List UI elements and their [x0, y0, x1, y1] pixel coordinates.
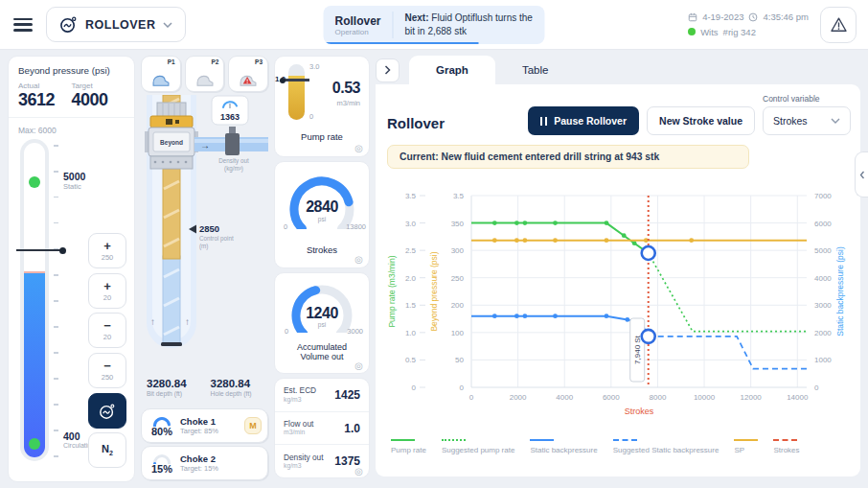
menu-icon[interactable] [13, 18, 33, 32]
manual-mode-badge[interactable]: M [244, 417, 262, 434]
svg-text:50: 50 [455, 356, 464, 364]
svg-text:7000: 7000 [814, 192, 832, 200]
legend-swatch [773, 439, 797, 441]
operation-notification[interactable]: Rollover Operation Next: Fluid Optiflush… [323, 6, 544, 44]
legend-item[interactable]: Strokes [773, 439, 799, 454]
chevron-right-icon [384, 65, 391, 75]
operation-subtitle: Operation [334, 28, 380, 36]
topbar-status: 4-19-2023 4:35:46 pm Wits #rig 342 [688, 7, 868, 43]
pump-p3-button[interactable]: P3 [228, 56, 268, 92]
pressure-header: Beyond pressure (psi) Actual 3612 Target… [9, 57, 134, 118]
graph-panel: Rollover Pause Rollover New Stroke value… [376, 84, 860, 476]
bit-depth-label: Bit depth (ft) [147, 390, 205, 397]
pump-warning-icon [237, 73, 260, 87]
svg-text:4000: 4000 [814, 274, 832, 283]
adjust-plus-20-button[interactable]: + 20 [88, 273, 126, 309]
control-variable-select[interactable]: Strokes [763, 106, 851, 135]
svg-text:3000: 3000 [814, 301, 832, 310]
gauge-ticks [54, 145, 58, 457]
app-switcher[interactable]: ROLLOVER [46, 7, 186, 42]
tab-table[interactable]: Table [495, 56, 576, 84]
svg-text:3.0: 3.0 [405, 220, 417, 228]
actual-pressure-value: 3612 [18, 90, 72, 110]
svg-text:0: 0 [469, 393, 474, 402]
tab-graph[interactable]: Graph [409, 56, 495, 84]
legend-label: Strokes [773, 446, 799, 454]
svg-text:Static backpressure (psi): Static backpressure (psi) [835, 246, 845, 337]
collapse-sidebar-button[interactable] [855, 151, 868, 198]
svg-text:10000: 10000 [694, 393, 716, 402]
svg-text:0: 0 [412, 383, 417, 392]
strokes-unit: psi [275, 216, 369, 222]
choke-1-target: Target: 85% [180, 427, 240, 435]
svg-text:3.5: 3.5 [405, 192, 417, 200]
gauge-settings-icon[interactable]: ◎ [354, 144, 363, 153]
legend-label: Suggested pump rate [442, 446, 515, 454]
rollover-mode-button[interactable] [88, 393, 126, 429]
chevron-down-icon [163, 22, 172, 28]
flow-stats-card: Est. ECDkg/m3 1425 Flow outm3/min 1.0 De… [274, 378, 370, 478]
app-name: ROLLOVER [85, 18, 155, 32]
choke-2-value: 15% [151, 464, 172, 475]
pause-icon [540, 117, 548, 126]
gauge-settings-icon[interactable]: ◎ [354, 467, 363, 476]
tab-bar: Graph Table [376, 56, 860, 84]
legend-item[interactable]: Suggested pump rate [442, 439, 515, 454]
target-pressure-value: 4000 [72, 90, 126, 110]
pump-p1-button[interactable]: P1 [141, 56, 181, 92]
adjust-minus-20-button[interactable]: − 20 [88, 313, 126, 348]
circulating-pressure-dot[interactable] [29, 438, 40, 450]
alarms-button[interactable] [820, 7, 857, 43]
expand-panel-button[interactable] [376, 58, 400, 82]
pump-p2-button[interactable]: P2 [185, 56, 225, 92]
clock-icon [748, 12, 758, 22]
drill-bit [161, 342, 182, 346]
rollover-chart: 020004000600080001000012000140003.53.570… [387, 184, 849, 420]
control-point-value: 2850 [199, 223, 219, 234]
gauge-settings-icon[interactable]: ◎ [354, 255, 363, 265]
target-label: Target [72, 81, 126, 90]
pump-rate-card: 3.0 0 1.0 0.53 m3/min Pump rate ◎ [274, 56, 370, 157]
legend-item[interactable]: SP [734, 439, 758, 454]
gauge-settings-icon[interactable]: ◎ [354, 361, 363, 371]
control-variable-group: Control variable Strokes [763, 94, 851, 135]
svg-text:350: 350 [451, 220, 465, 228]
main-panel: Graph Table Rollover Pause Rollover New … [376, 56, 860, 476]
legend-item[interactable]: Pump rate [391, 439, 426, 454]
hole-depth-value: 3280.84 [211, 378, 269, 389]
rollover-logo-icon [59, 15, 78, 34]
svg-text:6000: 6000 [814, 220, 832, 228]
annulus-up-arrow: ↑ [150, 316, 155, 327]
scale-bottom: 0 [309, 112, 313, 121]
chart-legend: Pump rateSuggested pump rateStatic backp… [387, 439, 851, 454]
time-label: 4:35:46 pm [763, 10, 809, 24]
svg-text:1000: 1000 [814, 356, 832, 364]
nitrogen-button[interactable]: N2 [88, 432, 126, 468]
well-schematic: Beyond → 1363 Density out (kg/m³) 2850 [141, 95, 268, 366]
legend-item[interactable]: Static backpressure [530, 439, 597, 454]
adjust-plus-250-button[interactable]: + 250 [88, 233, 126, 268]
pump-rate-unit: m3/min [336, 99, 360, 107]
choke-1-name: Choke 1 [180, 416, 240, 427]
date-label: 4-19-2023 [702, 10, 743, 24]
pump-rate-label: Pump rate [275, 131, 369, 142]
operation-next: Next: Fluid Optiflush turns the bit in 2… [394, 8, 545, 42]
page-title: Rollover [387, 115, 445, 131]
choke-2-name: Choke 2 [180, 453, 262, 464]
legend-item[interactable]: Suggested Static backpressure [613, 439, 720, 454]
chevron-left-icon [859, 171, 865, 179]
static-pressure-dot[interactable] [29, 176, 40, 188]
hole-depth-label: Hole depth (ft) [211, 390, 269, 397]
svg-text:0.5: 0.5 [405, 356, 417, 364]
new-stroke-value-button[interactable]: New Stroke value [647, 106, 755, 135]
legend-label: SP [734, 446, 758, 454]
adjust-minus-250-button[interactable]: − 250 [88, 353, 126, 388]
wits-status-dot [688, 28, 696, 35]
actual-pressure-marker[interactable] [16, 249, 63, 251]
choke-2-card[interactable]: 15% Choke 2 Target: 15% [141, 446, 268, 480]
scale-top: 3.0 [309, 62, 319, 71]
depth-readouts: 3280.84 Bit depth (ft) 3280.84 Hole dept… [141, 369, 268, 406]
static-pressure-label: Static [63, 182, 81, 191]
pause-rollover-button[interactable]: Pause Rollover [528, 106, 639, 135]
choke-1-card[interactable]: 80% Choke 1 Target: 85% M [141, 408, 268, 443]
